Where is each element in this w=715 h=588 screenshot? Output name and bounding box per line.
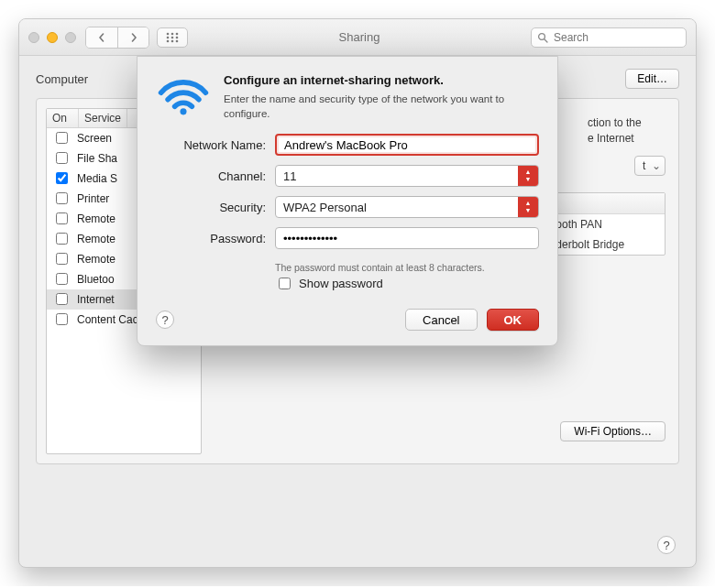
svg-point-11	[180, 108, 186, 114]
wifi-icon	[156, 73, 211, 121]
search-input[interactable]	[552, 30, 693, 45]
svg-point-1	[171, 32, 174, 35]
titlebar: Sharing	[19, 19, 696, 56]
help-icon: ?	[161, 313, 168, 327]
service-label: File Sha	[77, 152, 117, 165]
search-icon	[537, 32, 548, 43]
service-label: Bluetoo	[77, 273, 115, 286]
col-on-header[interactable]: On	[47, 109, 79, 127]
service-checkbox[interactable]	[56, 152, 68, 164]
svg-point-7	[171, 39, 174, 42]
detail-text-line2: e Internet	[588, 132, 634, 145]
show-all-button[interactable]	[157, 27, 188, 48]
stepper-icon	[518, 197, 538, 217]
share-from-dropdown[interactable]: t ⌄	[634, 156, 666, 176]
password-input[interactable]	[275, 227, 539, 249]
security-value: WPA2 Personal	[276, 197, 518, 217]
service-checkbox[interactable]	[56, 253, 68, 265]
service-label: Media S	[77, 172, 117, 185]
network-name-input[interactable]	[275, 134, 539, 156]
service-checkbox[interactable]	[56, 132, 68, 144]
show-password-checkbox[interactable]	[279, 278, 291, 289]
svg-point-3	[167, 36, 170, 38]
back-button[interactable]	[86, 27, 117, 48]
detail-text: ction to the e Internet	[588, 115, 666, 147]
sheet-footer: ? Cancel OK	[156, 309, 539, 331]
service-checkbox[interactable]	[56, 273, 68, 285]
share-from-row: t ⌄	[634, 156, 666, 176]
wifi-options-button[interactable]: Wi-Fi Options…	[560, 421, 666, 441]
channel-value: 11	[276, 166, 518, 186]
minimize-window[interactable]	[47, 32, 58, 43]
stepper-icon	[518, 166, 538, 186]
sheet-title: Configure an internet-sharing network.	[224, 73, 539, 87]
window-controls	[28, 32, 76, 43]
svg-point-8	[176, 39, 179, 42]
wifi-configure-sheet: Configure an internet-sharing network. E…	[137, 56, 558, 346]
edit-computer-name-button[interactable]: Edit…	[625, 69, 679, 89]
svg-point-5	[176, 36, 179, 38]
service-checkbox[interactable]	[56, 212, 68, 224]
svg-point-2	[176, 32, 179, 35]
security-dropdown[interactable]: WPA2 Personal	[275, 196, 539, 218]
svg-line-10	[544, 39, 547, 42]
show-password-label: Show password	[299, 277, 383, 290]
network-name-label: Network Name:	[156, 138, 266, 152]
help-button[interactable]: ?	[657, 536, 676, 554]
cancel-button[interactable]: Cancel	[405, 309, 477, 331]
col-service-header[interactable]: Service	[79, 109, 127, 127]
service-checkbox[interactable]	[56, 192, 68, 204]
service-checkbox[interactable]	[56, 313, 68, 325]
svg-point-6	[167, 39, 170, 42]
sheet-subtitle: Enter the name and security type of the …	[224, 93, 539, 121]
svg-point-4	[171, 36, 174, 38]
nav-segment	[85, 27, 149, 49]
help-icon: ?	[663, 539, 669, 552]
show-password-row[interactable]: Show password	[275, 275, 539, 292]
service-label: Internet	[77, 293, 115, 306]
channel-label: Channel:	[156, 169, 266, 183]
service-label: Screen	[77, 132, 112, 145]
service-label: Remote	[77, 233, 116, 245]
ok-button[interactable]: OK	[487, 309, 540, 331]
security-label: Security:	[156, 201, 266, 214]
svg-point-0	[167, 32, 170, 35]
service-label: Remote	[77, 212, 116, 225]
search-field[interactable]	[531, 27, 687, 48]
zoom-window[interactable]	[65, 32, 76, 43]
sheet-help-button[interactable]: ?	[156, 310, 174, 329]
preferences-window: Sharing Computer Edit… On Service Screen…	[18, 18, 697, 568]
service-checkbox[interactable]	[56, 293, 68, 305]
share-from-value: t	[643, 159, 645, 172]
password-hint: The password must contain at least 8 cha…	[275, 262, 539, 273]
service-checkbox[interactable]	[56, 172, 68, 184]
channel-dropdown[interactable]: 11	[275, 165, 539, 187]
service-label: Printer	[77, 192, 109, 205]
detail-text-line1: ction to the	[588, 116, 642, 129]
svg-point-9	[539, 33, 545, 39]
window-title: Sharing	[188, 30, 531, 44]
forward-button[interactable]	[117, 27, 148, 48]
close-window[interactable]	[28, 32, 39, 43]
service-label: Remote	[77, 253, 116, 266]
sheet-form: Network Name: Channel: 11 Security: WPA2…	[156, 134, 539, 292]
password-label: Password:	[156, 232, 266, 245]
dropdown-arrows-icon: ⌄	[652, 159, 661, 172]
service-checkbox[interactable]	[56, 233, 68, 245]
computer-name-label: Computer	[36, 72, 88, 86]
